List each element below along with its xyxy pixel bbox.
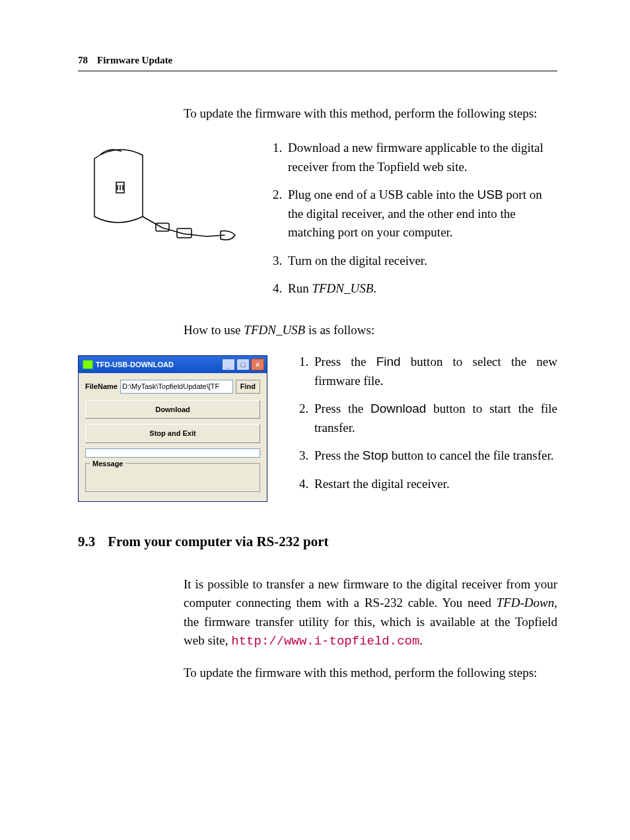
page-header: 78 Firmware Update <box>78 53 557 71</box>
step-3: Turn on the digital receiver. <box>285 252 557 271</box>
step2-4: Restart the digital receiver. <box>312 475 557 494</box>
stop-and-exit-button[interactable]: Stop and Exit <box>85 424 260 443</box>
intro-paragraph: To update the firmware with this method,… <box>184 104 557 123</box>
howto-paragraph: How to use TFDN_USB is as follows: <box>184 321 557 340</box>
progress-bar <box>85 448 260 458</box>
step2-2: Press the Download button to start the f… <box>312 400 557 437</box>
window-title: TFD-USB-DOWNLOAD <box>96 359 174 370</box>
close-icon[interactable]: × <box>251 359 264 370</box>
minimize-icon[interactable]: _ <box>222 359 235 370</box>
chapter-title: Firmware Update <box>97 53 172 68</box>
filename-label: FileName <box>85 381 118 392</box>
maximize-icon[interactable]: □ <box>236 359 250 370</box>
message-box: Message <box>85 463 260 492</box>
step-1: Download a new firmware applicable to th… <box>285 139 557 176</box>
first-steps-list: Download a new firmware applicable to th… <box>269 139 557 298</box>
page-number: 78 <box>78 53 88 68</box>
message-label: Message <box>90 458 125 470</box>
find-button[interactable]: Find <box>236 380 260 394</box>
step-2: Plug one end of a USB cable into the USB… <box>285 186 557 242</box>
tfd-usb-download-window: TFD-USB-DOWNLOAD _ □ × FileName D:\MyTas… <box>78 355 267 502</box>
svg-rect-0 <box>156 223 169 231</box>
rs232-paragraph-1: It is possible to transfer a new firmwar… <box>184 575 557 651</box>
step-4: Run TFDN_USB. <box>285 279 557 298</box>
svg-rect-1 <box>177 228 192 238</box>
section-title: From your computer via RS-232 port <box>108 534 328 549</box>
section-heading-9-3: 9.3 From your computer via RS-232 port <box>78 532 557 553</box>
usb-connection-illustration <box>78 139 250 258</box>
download-button[interactable]: Download <box>85 400 260 419</box>
rs232-paragraph-2: To update the firmware with this method,… <box>184 664 557 683</box>
app-icon <box>83 360 93 369</box>
step2-3: Press the Stop button to cancel the file… <box>312 446 557 466</box>
window-titlebar: TFD-USB-DOWNLOAD _ □ × <box>79 356 267 373</box>
topfield-url[interactable]: http://www.i-topfield.com <box>231 634 419 648</box>
filename-input[interactable]: D:\MyTask\TopfieldUpdate\[TF <box>120 380 233 394</box>
second-steps-list: Press the Find button to select the new … <box>296 353 557 493</box>
section-number: 9.3 <box>78 532 104 553</box>
step2-1: Press the Find button to select the new … <box>312 353 557 390</box>
